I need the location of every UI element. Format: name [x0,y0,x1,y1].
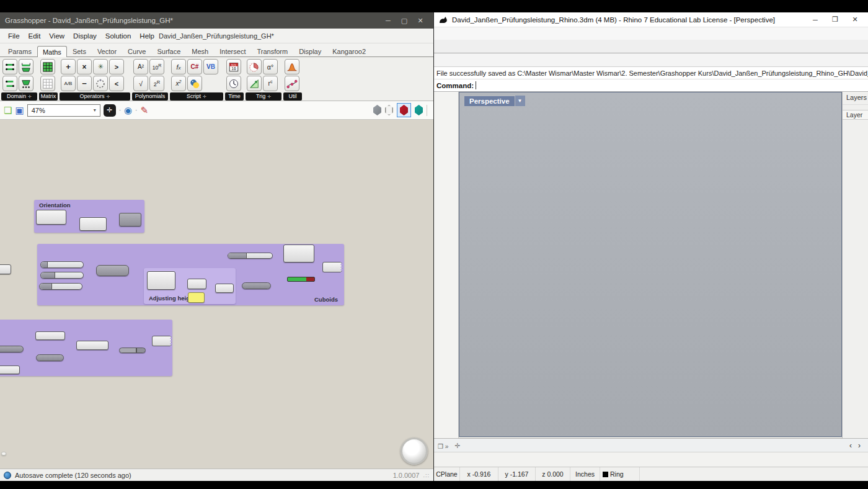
minimize-icon[interactable]: ─ [380,17,396,24]
date-icon[interactable]: NOV16 [226,59,241,74]
gh-tab-surface[interactable]: Surface [151,45,186,56]
radians-icon[interactable]: rc [263,76,278,91]
mass-addition-icon[interactable]: ✳ [93,59,108,74]
viewport-title-chip[interactable]: Perspective ▼ [464,96,525,106]
component-node[interactable] [96,265,129,276]
domain-two-icon[interactable] [2,76,17,91]
python-icon[interactable] [187,76,202,91]
gh-menu-view[interactable]: View [45,31,69,41]
expand-icon[interactable]: ✛ [28,92,32,101]
component-node[interactable] [152,336,172,346]
maximize-icon[interactable]: ▢ [396,17,412,25]
domain-one-icon[interactable] [2,59,17,74]
gh-tab-mesh[interactable]: Mesh [186,45,214,56]
minimize-icon[interactable]: ─ [807,16,823,24]
component-node[interactable] [147,271,175,290]
series-circle-icon[interactable] [93,76,108,91]
component-node[interactable] [187,279,206,289]
gem-wire[interactable] [385,105,393,115]
open-file-icon[interactable]: ❏ [4,105,12,115]
gh-menu-solution[interactable]: Solution [101,31,136,41]
close-icon[interactable]: ✕ [847,16,863,24]
resize-grip[interactable]: .:: [423,472,430,478]
component-capsule[interactable] [36,354,64,361]
component-capsule[interactable] [0,346,24,352]
number-slider[interactable] [228,253,273,259]
canvas-nav-ball[interactable] [401,437,428,465]
gh-menu-display[interactable]: Display [69,31,101,41]
new-viewport-tab-icon[interactable]: ✛ [451,441,464,452]
gh-tab-kangaroo2[interactable]: Kangaroo2 [327,45,371,56]
matrix-white-icon[interactable] [40,76,55,91]
gh-menu-help[interactable]: Help [135,31,159,41]
interpolate-icon[interactable] [285,76,299,91]
degrees-icon[interactable]: α° [263,59,278,74]
viewport-tabs-menu-icon[interactable]: ❐ » [435,443,451,452]
active-layer-button[interactable]: Ring [600,467,640,481]
pie-icon[interactable] [247,59,262,74]
rhino-titlebar[interactable]: David_Janßen_Prüfungsleistung_Rhino.3dm … [434,12,868,27]
component-node[interactable] [215,284,234,293]
number-slider[interactable] [39,283,82,290]
component-node[interactable] [35,331,65,340]
perspective-viewport[interactable]: Perspective ▼ [459,92,842,437]
grasshopper-titlebar[interactable]: Grasshopper - David_Janßen_Prüfungsleist… [0,12,433,29]
units-button[interactable]: Inches [570,467,600,481]
gh-tab-curve[interactable]: Curve [122,45,151,56]
component-capsule[interactable] [242,282,271,289]
greater-than-icon[interactable]: > [109,59,124,74]
less-than-icon[interactable]: < [109,76,124,91]
maximize-icon[interactable]: ❒ [827,16,843,24]
save-file-icon[interactable]: ▣ [15,105,24,115]
chevron-down-icon[interactable]: ▼ [515,96,525,106]
component-node[interactable] [322,262,342,272]
command-line[interactable]: Command: [434,79,868,92]
close-icon[interactable]: ✕ [412,17,428,25]
gh-tab-sets[interactable]: Sets [67,45,92,56]
gh-tab-transform[interactable]: Transform [251,45,293,56]
gh-menu-file[interactable]: File [4,31,24,41]
gh-tab-display[interactable]: Display [293,45,327,56]
gh-tab-vector[interactable]: Vector [92,45,122,56]
component-node[interactable] [36,210,66,225]
expression-icon[interactable]: fx [171,59,186,74]
subtract-icon[interactable]: − [77,76,92,91]
gem-red-selected[interactable] [400,105,408,115]
expand-icon[interactable]: ✛ [203,92,206,101]
matrix-green-icon[interactable] [40,59,55,74]
scroll-right-icon[interactable]: › [858,441,861,450]
gem-gray[interactable] [373,105,381,115]
expand-icon[interactable]: ✛ [267,92,271,101]
scroll-left-icon[interactable]: ‹ [849,441,852,450]
component-node[interactable] [79,217,107,231]
gaussian-icon[interactable] [285,59,299,74]
component-node[interactable] [283,244,314,262]
gh-tab-intersect[interactable]: Intersect [214,45,251,56]
right-trig-icon[interactable] [247,76,262,91]
expand-icon[interactable]: ✛ [107,92,110,101]
component-node[interactable] [0,366,20,374]
number-slider[interactable] [40,261,84,268]
number-slider[interactable] [40,272,84,279]
sketch-icon[interactable]: ✎ [140,105,148,115]
gh-menu-edit[interactable]: Edit [24,31,45,41]
add-icon[interactable]: + [61,59,76,74]
gh-tab-maths[interactable]: Maths [37,46,67,57]
zoom-level-select[interactable]: 47% ▾ [27,104,100,117]
vb-icon[interactable]: VB [203,59,218,74]
cplane-button[interactable]: CPlane [434,467,460,481]
component-node[interactable] [0,264,11,274]
grasshopper-canvas[interactable]: Orientation Cuboids Adjusting height [0,120,433,469]
preview-eye-icon[interactable]: ◉ [124,105,132,115]
division-icon[interactable]: A/B [61,76,76,91]
component-node[interactable] [76,341,108,350]
component-capsule[interactable] [119,348,146,353]
power-ten-icon[interactable]: 10R [149,59,164,74]
square-icon[interactable]: A² [133,59,148,74]
clock-icon[interactable] [226,76,241,91]
square-root-icon[interactable]: √ [133,76,148,91]
remap-icon[interactable] [19,76,33,91]
power-two-icon[interactable]: 2R [149,76,164,91]
zoom-extents-icon[interactable]: ✛ [104,104,116,117]
csharp-icon[interactable]: C# [187,59,202,74]
